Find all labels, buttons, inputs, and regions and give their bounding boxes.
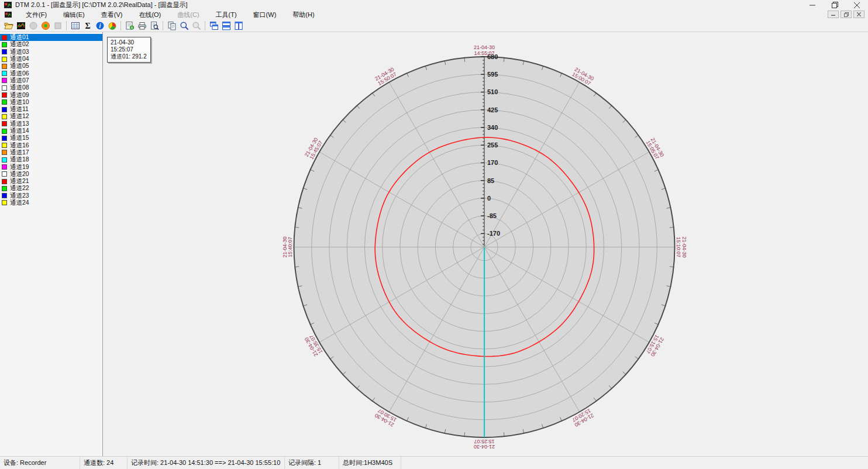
- channel-color-swatch: [2, 49, 7, 54]
- channel-list-item-8[interactable]: 通道08: [0, 84, 102, 91]
- svg-text:0: 0: [487, 195, 491, 202]
- toolbar-separator: [66, 21, 67, 30]
- svg-text:21-04-3014:55:07: 21-04-3014:55:07: [474, 44, 495, 56]
- toolbar-curve-display-button[interactable]: [15, 20, 27, 32]
- disc-chart-area[interactable]: -170-8508517025534042551059568021-04-301…: [104, 32, 868, 456]
- channel-color-swatch: [2, 150, 7, 155]
- channel-color-swatch: [2, 193, 7, 198]
- toolbar-data-table-button[interactable]: [69, 20, 81, 32]
- channel-list-item-20[interactable]: 通道20: [0, 171, 102, 178]
- channel-list-item-21[interactable]: 通道21: [0, 178, 102, 185]
- toolbar-play-button: [27, 20, 39, 32]
- minimize-icon: [810, 2, 815, 8]
- restore-button[interactable]: [824, 0, 846, 10]
- svg-text:21-04-3015:40:07: 21-04-3015:40:07: [282, 236, 294, 257]
- channel-list-item-17[interactable]: 通道17: [0, 149, 102, 156]
- toolbar-zoom-out-button: [190, 20, 202, 32]
- tooltip-channel-value: 通道01: 291.2: [111, 53, 147, 60]
- toolbar-export-image-button[interactable]: [123, 20, 136, 32]
- statistics-sigma-icon: Σ: [83, 21, 92, 30]
- channel-list-item-1[interactable]: 通道01: [0, 34, 102, 41]
- status-total-time: 总时间:1H3M40S: [339, 457, 401, 469]
- channel-list-item-15[interactable]: 通道15: [0, 135, 102, 142]
- tooltip-date: 21-04-30: [111, 39, 147, 46]
- channel-list-item-14[interactable]: 通道14: [0, 127, 102, 135]
- toolbar-copy-button[interactable]: [166, 20, 178, 32]
- polar-chart[interactable]: -170-8508517025534042551059568021-04-301…: [104, 32, 868, 456]
- svg-text:Σ: Σ: [85, 22, 90, 30]
- value-tooltip: 21-04-30 15:25:07 通道01: 291.2: [107, 37, 151, 63]
- menu-window[interactable]: 窗口(W): [245, 10, 285, 20]
- app-icon: [4, 1, 12, 9]
- toolbar-statistics-sigma-button[interactable]: Σ: [81, 20, 94, 32]
- channel-list-item-5[interactable]: 通道05: [0, 63, 102, 70]
- channel-color-swatch: [2, 129, 7, 134]
- toolbar-print-button[interactable]: [136, 20, 148, 32]
- minimize-button[interactable]: [801, 0, 824, 10]
- toolbar-stop-button: [51, 20, 64, 32]
- play-icon: [29, 21, 38, 30]
- menu-view[interactable]: 查看(V): [93, 10, 131, 20]
- close-button[interactable]: [846, 0, 868, 10]
- channel-list-item-11[interactable]: 通道11: [0, 106, 102, 113]
- channel-list-item-24[interactable]: 通道24: [0, 199, 102, 206]
- channel-list-item-18[interactable]: 通道18: [0, 156, 102, 163]
- menu-edit[interactable]: 编辑(E): [55, 10, 93, 20]
- channel-list-item-10[interactable]: 通道10: [0, 99, 102, 106]
- svg-text:-170: -170: [487, 230, 500, 237]
- channel-color-swatch: [2, 78, 7, 83]
- channel-color-swatch: [2, 186, 7, 191]
- tile-vertical-icon: [234, 21, 243, 30]
- mdi-close-button[interactable]: [853, 11, 864, 18]
- toolbar-tile-vertical-button[interactable]: [232, 20, 244, 32]
- menu-bar: 文件(F)编辑(E)查看(V)在线(O)曲线(C)工具(T)窗口(W)帮助(H): [0, 10, 868, 19]
- menu-tools[interactable]: 工具(T): [208, 10, 245, 20]
- mdi-restore-icon: [844, 12, 849, 17]
- window-title: DTM 2.0.1 - [圆盘显示] [C:\DTM 2.0.2\RealDat…: [15, 1, 188, 9]
- channel-list-item-6[interactable]: 通道06: [0, 70, 102, 77]
- channel-list-item-3[interactable]: 通道03: [0, 49, 102, 56]
- channel-list-item-7[interactable]: 通道07: [0, 77, 102, 84]
- channel-list-panel: 通道01通道02通道03通道04通道05通道06通道07通道08通道09通道10…: [0, 32, 103, 456]
- toolbar-zoom-in-button[interactable]: [178, 20, 190, 32]
- toolbar-info-button[interactable]: i: [94, 20, 106, 32]
- tooltip-time: 15:25:07: [111, 46, 147, 53]
- channel-color-swatch: [2, 57, 7, 62]
- channel-list-item-9[interactable]: 通道09: [0, 91, 102, 98]
- toolbar-print-preview-button[interactable]: [148, 20, 160, 32]
- toolbar-cascade-windows-button[interactable]: [208, 20, 220, 32]
- channel-list-item-12[interactable]: 通道12: [0, 113, 102, 120]
- open-file-icon: [4, 21, 13, 30]
- mdi-minimize-button[interactable]: [828, 11, 839, 18]
- channel-color-swatch: [2, 179, 7, 184]
- channel-list-item-2[interactable]: 通道02: [0, 41, 102, 48]
- status-record-time: 记录时间: 21-04-30 14:51:30 ==> 21-04-30 15:…: [128, 457, 285, 469]
- mdi-restore-button[interactable]: [841, 11, 852, 18]
- zoom-in-icon: [180, 21, 189, 30]
- record-icon: [41, 21, 50, 30]
- toolbar-record-button[interactable]: [39, 20, 51, 32]
- mdi-window-buttons: [828, 11, 864, 18]
- status-record-interval: 记录间隔: 1: [285, 457, 339, 469]
- toolbar-tile-horizontal-button[interactable]: [220, 20, 232, 32]
- channel-list-item-19[interactable]: 通道19: [0, 163, 102, 170]
- menu-help[interactable]: 帮助(H): [284, 10, 322, 20]
- toolbar-pie-chart-button[interactable]: [106, 20, 118, 32]
- mdi-child-icon: [5, 11, 12, 18]
- menu-file[interactable]: 文件(F): [18, 10, 55, 20]
- print-icon: [137, 21, 147, 30]
- channel-color-swatch: [2, 114, 7, 119]
- channel-list-item-4[interactable]: 通道04: [0, 56, 102, 63]
- channel-color-swatch: [2, 107, 7, 112]
- menu-online[interactable]: 在线(O): [130, 10, 169, 20]
- pie-chart-icon: [108, 21, 117, 30]
- channel-list-item-23[interactable]: 通道23: [0, 192, 102, 199]
- mdi-close-icon: [857, 12, 861, 16]
- channel-color-swatch: [2, 121, 7, 126]
- channel-list-item-16[interactable]: 通道16: [0, 142, 102, 149]
- channel-list-item-22[interactable]: 通道22: [0, 185, 102, 192]
- svg-text:85: 85: [487, 177, 494, 184]
- channel-list-item-13[interactable]: 通道13: [0, 120, 102, 127]
- toolbar-separator: [120, 21, 121, 30]
- toolbar-open-file-button[interactable]: [2, 20, 15, 32]
